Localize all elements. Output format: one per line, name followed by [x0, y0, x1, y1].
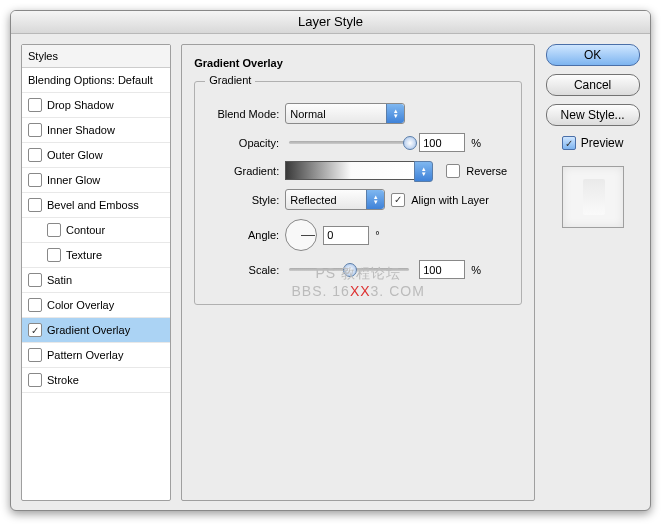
- checkbox-drop-shadow[interactable]: [28, 98, 42, 112]
- style-label-field: Style:: [209, 194, 279, 206]
- style-label: Color Overlay: [47, 299, 114, 311]
- angle-input[interactable]: [323, 226, 369, 245]
- preview-thumbnail: [562, 166, 624, 228]
- style-row-inner-glow[interactable]: Inner Glow: [22, 168, 170, 193]
- ok-button[interactable]: OK: [546, 44, 640, 66]
- style-row-stroke[interactable]: Stroke: [22, 368, 170, 393]
- blend-mode-label: Blend Mode:: [209, 108, 279, 120]
- style-label: Inner Shadow: [47, 124, 115, 136]
- style-row-satin[interactable]: Satin: [22, 268, 170, 293]
- style-value: Reflected: [290, 194, 336, 206]
- blend-mode-value: Normal: [290, 108, 325, 120]
- scale-input[interactable]: [419, 260, 465, 279]
- preview-label: Preview: [581, 136, 624, 150]
- dialog-title: Layer Style: [11, 11, 650, 34]
- checkbox-stroke[interactable]: [28, 373, 42, 387]
- style-row-contour[interactable]: Contour: [22, 218, 170, 243]
- blending-options[interactable]: Blending Options: Default: [22, 68, 170, 93]
- scale-unit: %: [471, 264, 481, 276]
- checkbox-inner-glow[interactable]: [28, 173, 42, 187]
- cancel-button[interactable]: Cancel: [546, 74, 640, 96]
- chevron-updown-icon: ▲▼: [386, 104, 404, 123]
- style-row-drop-shadow[interactable]: Drop Shadow: [22, 93, 170, 118]
- opacity-slider[interactable]: [289, 141, 409, 144]
- angle-dial[interactable]: [285, 219, 317, 251]
- style-label: Bevel and Emboss: [47, 199, 139, 211]
- new-style-button[interactable]: New Style...: [546, 104, 640, 126]
- opacity-unit: %: [471, 137, 481, 149]
- style-row-pattern-overlay[interactable]: Pattern Overlay: [22, 343, 170, 368]
- group-legend: Gradient: [205, 74, 255, 86]
- style-label: Drop Shadow: [47, 99, 114, 111]
- side-buttons: OK Cancel New Style... Preview: [545, 44, 640, 501]
- style-label: Gradient Overlay: [47, 324, 130, 336]
- checkbox-contour[interactable]: [47, 223, 61, 237]
- chevron-updown-icon: ▲▼: [414, 161, 433, 182]
- style-label: Satin: [47, 274, 72, 286]
- style-row-texture[interactable]: Texture: [22, 243, 170, 268]
- style-label: Outer Glow: [47, 149, 103, 161]
- style-label: Stroke: [47, 374, 79, 386]
- styles-header[interactable]: Styles: [22, 45, 170, 68]
- reverse-label: Reverse: [466, 165, 507, 177]
- scale-slider[interactable]: [289, 268, 409, 271]
- checkbox-gradient-overlay[interactable]: [28, 323, 42, 337]
- opacity-label: Opacity:: [209, 137, 279, 149]
- reverse-checkbox[interactable]: [446, 164, 460, 178]
- style-row-outer-glow[interactable]: Outer Glow: [22, 143, 170, 168]
- style-row-bevel-emboss[interactable]: Bevel and Emboss: [22, 193, 170, 218]
- slider-thumb[interactable]: [343, 263, 357, 277]
- gradient-label: Gradient:: [209, 165, 279, 177]
- checkbox-outer-glow[interactable]: [28, 148, 42, 162]
- style-row-gradient-overlay[interactable]: Gradient Overlay: [22, 318, 170, 343]
- style-select[interactable]: Reflected ▲▼: [285, 189, 385, 210]
- angle-unit: °: [375, 229, 379, 241]
- style-label: Texture: [66, 249, 102, 261]
- opacity-input[interactable]: [419, 133, 465, 152]
- chevron-updown-icon: ▲▼: [366, 190, 384, 209]
- checkbox-bevel-emboss[interactable]: [28, 198, 42, 212]
- preview-checkbox[interactable]: [562, 136, 576, 150]
- style-label: Contour: [66, 224, 105, 236]
- align-checkbox[interactable]: [391, 193, 405, 207]
- style-row-color-overlay[interactable]: Color Overlay: [22, 293, 170, 318]
- checkbox-pattern-overlay[interactable]: [28, 348, 42, 362]
- align-label: Align with Layer: [411, 194, 489, 206]
- panel-title: Gradient Overlay: [194, 57, 283, 69]
- style-label: Inner Glow: [47, 174, 100, 186]
- angle-label: Angle:: [209, 229, 279, 241]
- checkbox-satin[interactable]: [28, 273, 42, 287]
- scale-label: Scale:: [209, 264, 279, 276]
- style-row-inner-shadow[interactable]: Inner Shadow: [22, 118, 170, 143]
- style-label: Pattern Overlay: [47, 349, 123, 361]
- blend-mode-select[interactable]: Normal ▲▼: [285, 103, 405, 124]
- styles-list: Styles Blending Options: Default Drop Sh…: [21, 44, 171, 501]
- gradient-picker[interactable]: ▲▼: [285, 161, 417, 180]
- slider-thumb[interactable]: [403, 136, 417, 150]
- checkbox-texture[interactable]: [47, 248, 61, 262]
- settings-panel: Gradient Overlay Gradient Blend Mode: No…: [181, 44, 535, 501]
- checkbox-inner-shadow[interactable]: [28, 123, 42, 137]
- checkbox-color-overlay[interactable]: [28, 298, 42, 312]
